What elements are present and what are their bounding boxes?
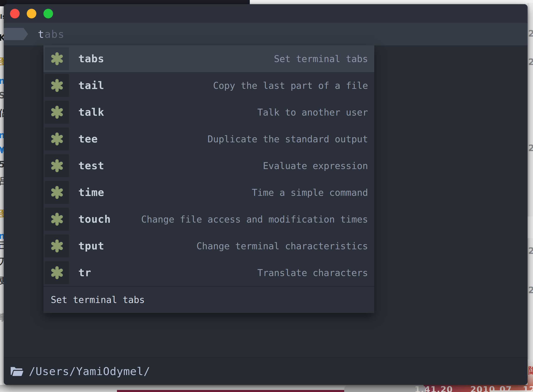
suggestion-command: tput (78, 240, 104, 252)
right-edge-photo-strip: 隐 (528, 359, 533, 385)
asterisk-icon (51, 239, 64, 252)
suggestion-description: Talk to another user (257, 107, 368, 118)
suggestion-command: tr (78, 267, 91, 279)
background-text-fragment: 2 (528, 247, 533, 255)
suggestion-icon-cell (45, 127, 69, 150)
background-page-strip (250, 0, 533, 3)
suggestion-command: test (78, 160, 104, 172)
background-text-fragment: 侣 (0, 109, 4, 117)
suggestion-icon-cell (45, 101, 69, 124)
background-text-fragment: 2 (528, 144, 533, 153)
suggestion-row-tee[interactable]: tee Duplicate the standard output (43, 126, 374, 152)
background-text-fragment: 更 (0, 276, 4, 285)
suggestion-description: Set terminal tabs (274, 53, 368, 64)
suggestion-icon-cell (45, 208, 69, 231)
suggestion-command: touch (78, 213, 111, 225)
background-text-fragment: 07...12 (500, 385, 533, 392)
suggestion-row-touch[interactable]: touch Change file access and modificatio… (43, 206, 374, 233)
title-bar (4, 4, 528, 23)
suggestion-icon-cell (45, 234, 69, 257)
zoom-button[interactable] (43, 9, 53, 18)
completion-text: abs (45, 28, 65, 40)
right-edge-strip: 22222 (528, 3, 533, 359)
suggestion-command: tabs (78, 53, 104, 65)
minimize-button[interactable] (27, 9, 36, 18)
suggestion-command: tail (78, 79, 104, 92)
working-directory-path[interactable]: /Users/YamiOdymel/ (29, 365, 150, 378)
background-text-fragment: Is (0, 13, 4, 20)
background-text-fragment: 吕 (0, 177, 4, 186)
left-edge-strip: Is K图nS侣n¥5吕图n己刀更事 (0, 6, 4, 385)
asterisk-icon (51, 106, 64, 119)
suggestion-command: tee (78, 133, 98, 145)
background-text-fragment: 己 (0, 241, 4, 250)
suggestion-row-test[interactable]: test Evaluate expression (43, 152, 374, 179)
suggestion-row-tail[interactable]: tail Copy the last part of a file (43, 72, 374, 99)
terminal-window: tabs tabs Set terminal tabs tail Copy th… (4, 4, 528, 385)
suggestion-icon-cell (45, 261, 69, 284)
background-text-fragment: 刀 (0, 257, 4, 266)
suggestion-icon-cell (45, 181, 69, 204)
command-input[interactable]: tabs (38, 23, 65, 45)
suggestion-row-tabs[interactable]: tabs Set terminal tabs (43, 45, 374, 72)
suggestion-command: talk (78, 106, 104, 118)
asterisk-icon (51, 213, 64, 226)
background-text-fragment: S (0, 91, 4, 100)
suggestion-description: Duplicate the standard output (208, 134, 368, 144)
background-text-fragment: ¥ (0, 146, 4, 155)
background-text-fragment: 2010 (470, 385, 495, 392)
suggestion-list: tabs Set terminal tabs tail Copy the las… (43, 45, 374, 286)
asterisk-icon (51, 186, 64, 199)
status-bar: /Users/YamiOdymel/ (4, 358, 528, 385)
background-text-fragment: 2 (528, 58, 533, 66)
suggestion-command: time (78, 186, 104, 199)
suggestion-description: Time a simple command (252, 187, 368, 198)
desktop: Is K图nS侣n¥5吕图n己刀更事 22222 隐 1.41.20201007… (0, 0, 533, 392)
suggestion-description: Evaluate expression (263, 160, 368, 171)
background-highlight-band (528, 216, 533, 238)
background-text-fragment: 5 (0, 160, 4, 169)
suggestion-icon-cell (45, 74, 69, 97)
suggestion-row-talk[interactable]: talk Talk to another user (43, 99, 374, 126)
asterisk-icon (51, 52, 64, 65)
suggestion-description: Change terminal characteristics (197, 241, 368, 251)
suggestion-icon-cell (45, 154, 69, 177)
suggestion-detail-footer: Set terminal tabs (43, 286, 374, 313)
background-text-fragment: 事 (0, 313, 4, 322)
background-text-fragment: K (0, 33, 4, 42)
selected-description: Set terminal tabs (51, 294, 145, 305)
background-text-fragment: 图 (0, 57, 4, 66)
background-text-fragment: n (0, 131, 4, 140)
suggestion-row-tput[interactable]: tput Change terminal characteristics (43, 233, 374, 259)
suggestion-icon-cell (45, 47, 69, 70)
background-text-fragment: 2 (528, 286, 533, 295)
prompt-chevron-icon (4, 28, 28, 40)
asterisk-icon (51, 159, 64, 172)
autocomplete-panel: tabs Set terminal tabs tail Copy the las… (43, 45, 374, 313)
asterisk-icon (51, 79, 64, 92)
suggestion-description: Copy the last part of a file (213, 80, 368, 91)
background-text-fragment: 2 (528, 29, 533, 38)
background-text-fragment: n (0, 232, 4, 240)
suggestion-description: Translate characters (257, 267, 368, 278)
underlying-photo-text: 1.41.20201007...12 (0, 385, 533, 392)
command-prompt[interactable]: tabs (4, 23, 528, 45)
typed-text: t (38, 28, 45, 40)
close-button[interactable] (10, 9, 20, 18)
background-text-fragment: 隐 (528, 366, 533, 375)
asterisk-icon (51, 266, 64, 279)
background-text-fragment: 图 (0, 209, 4, 218)
background-text-fragment: n (0, 76, 4, 85)
suggestion-description: Change file access and modification time… (141, 214, 368, 225)
folder-open-icon (10, 366, 23, 377)
background-text-fragment: 1.41.20 (415, 385, 453, 392)
suggestion-row-time[interactable]: time Time a simple command (43, 179, 374, 206)
background-window-strip (0, 0, 250, 5)
asterisk-icon (51, 132, 64, 145)
suggestion-row-tr[interactable]: tr Translate characters (43, 259, 374, 286)
